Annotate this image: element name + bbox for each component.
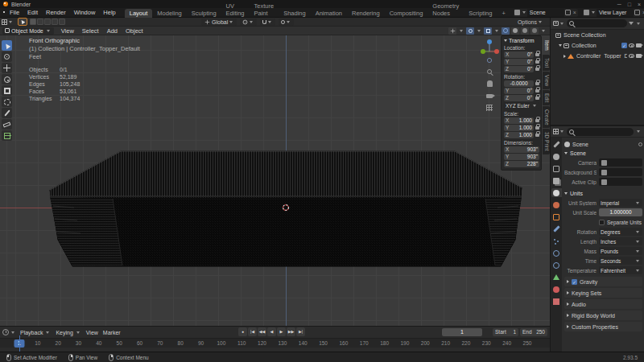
unit-scale-slider[interactable]: 1.000000 bbox=[599, 208, 642, 216]
collection-checkbox[interactable]: ✓ bbox=[621, 43, 627, 48]
minimize-icon[interactable]: ─ bbox=[617, 2, 621, 7]
overlays-toggle[interactable] bbox=[466, 27, 474, 35]
workspace-tab-layout[interactable]: Layout bbox=[125, 9, 153, 18]
workspace-tab-scripting[interactable]: Scripting bbox=[464, 9, 497, 18]
active-clip-field[interactable] bbox=[599, 178, 642, 186]
shading-solid-button[interactable] bbox=[511, 27, 519, 35]
move-tool[interactable] bbox=[2, 63, 12, 73]
timeline-menu-marker[interactable]: Marker bbox=[101, 330, 123, 335]
outliner-row-collection[interactable]: Collection ✓ bbox=[551, 40, 644, 51]
workspace-tab-uv-editing[interactable]: UV Editing bbox=[221, 2, 250, 18]
filter-icon[interactable] bbox=[629, 22, 634, 25]
frame-end-field[interactable]: End250 bbox=[520, 328, 547, 336]
properties-tab-view-layer[interactable] bbox=[551, 176, 562, 185]
sidebar-tab-edit[interactable]: Edit bbox=[543, 90, 550, 105]
shading-wireframe-button[interactable] bbox=[502, 27, 510, 35]
sidebar-tab-view[interactable]: View bbox=[543, 72, 550, 89]
scale-tool[interactable] bbox=[2, 85, 12, 96]
navigation-gizmo[interactable] bbox=[480, 37, 499, 63]
rotate-tool[interactable] bbox=[2, 74, 12, 84]
jump-to-end-button[interactable]: ▶| bbox=[296, 327, 305, 336]
properties-tab-texture[interactable] bbox=[551, 297, 562, 306]
mass-dropdown[interactable]: Pounds bbox=[599, 247, 642, 255]
transform-tool[interactable] bbox=[2, 97, 12, 107]
menu-window[interactable]: Window bbox=[70, 9, 100, 16]
hide-eye-icon[interactable] bbox=[629, 54, 634, 58]
outliner-row-scene-collection[interactable]: Scene Collection bbox=[551, 30, 644, 40]
properties-search-input[interactable] bbox=[567, 128, 634, 136]
temperature-dropdown[interactable]: Fahrenheit bbox=[599, 266, 642, 274]
workspace-tab-compositing[interactable]: Compositing bbox=[385, 9, 428, 18]
value-field[interactable]: Z0° bbox=[504, 95, 534, 101]
camera-view-icon[interactable] bbox=[485, 91, 494, 101]
auto-keying-button[interactable]: ● bbox=[238, 327, 247, 336]
expand-icon[interactable] bbox=[559, 44, 562, 47]
shading-dropdown-icon[interactable] bbox=[542, 30, 545, 32]
lock-icon[interactable] bbox=[535, 60, 539, 64]
gizmos-dropdown[interactable] bbox=[448, 27, 456, 35]
new-view-layer-icon[interactable] bbox=[634, 10, 640, 15]
timeline-menu-keying[interactable]: Keying bbox=[53, 330, 83, 335]
workspace-tab-animation[interactable]: Animation bbox=[311, 9, 347, 18]
properties-tab-tool[interactable] bbox=[551, 140, 562, 149]
lock-icon[interactable] bbox=[535, 82, 539, 85]
filter-dropdown-icon[interactable] bbox=[637, 23, 640, 25]
timeline-editor-type-button[interactable] bbox=[2, 329, 16, 335]
outliner-search-input[interactable] bbox=[567, 19, 627, 27]
value-field[interactable]: Z0" bbox=[504, 66, 534, 72]
units-section-header[interactable]: Units bbox=[564, 189, 642, 198]
value-field[interactable]: X903" bbox=[504, 146, 539, 153]
viewport-menu-view[interactable]: View bbox=[57, 27, 78, 35]
value-field[interactable]: Y1.000 bbox=[504, 125, 534, 131]
current-frame-field[interactable]: 1 bbox=[442, 328, 482, 336]
properties-tab-world[interactable] bbox=[551, 200, 562, 209]
zoom-icon[interactable] bbox=[485, 67, 494, 76]
outliner-display-mode-dropdown[interactable] bbox=[553, 21, 565, 26]
section-keying-sets[interactable]: Keying Sets bbox=[564, 288, 642, 298]
frame-start-field[interactable]: Start1 bbox=[493, 328, 518, 336]
gravity-checkbox[interactable]: ✓ bbox=[572, 279, 577, 285]
timeline-menu-playback[interactable]: Playback bbox=[18, 330, 53, 335]
options-dropdown[interactable]: Options bbox=[518, 19, 543, 25]
section-audio[interactable]: Audio bbox=[564, 299, 642, 309]
lock-icon[interactable] bbox=[535, 119, 539, 122]
remove-view-layer-icon[interactable]: × bbox=[641, 10, 644, 15]
workspace-tab-+[interactable]: + bbox=[497, 9, 510, 18]
workspace-tab-modeling[interactable]: Modeling bbox=[152, 9, 186, 18]
render-visibility-icon[interactable] bbox=[636, 43, 642, 47]
sidebar-tab-tool[interactable]: Tool bbox=[543, 55, 550, 71]
play-reverse-button[interactable]: ◀ bbox=[267, 327, 276, 336]
properties-filter-dropdown-icon[interactable] bbox=[637, 130, 640, 133]
timeline-ruler[interactable]: 1020304050607080901001101201301401501601… bbox=[0, 338, 550, 348]
value-field[interactable]: X0" bbox=[504, 51, 534, 58]
properties-tab-particles[interactable] bbox=[551, 237, 562, 245]
pan-hand-icon[interactable] bbox=[485, 79, 494, 88]
annotate-tool[interactable] bbox=[2, 108, 12, 118]
menu-help[interactable]: Help bbox=[99, 9, 119, 16]
editor-type-button[interactable] bbox=[0, 19, 15, 25]
object-mode-dropdown[interactable]: Object Mode bbox=[2, 27, 54, 35]
menu-render[interactable]: Render bbox=[42, 9, 70, 16]
lock-icon[interactable] bbox=[535, 97, 539, 100]
viewport-menu-add[interactable]: Add bbox=[103, 27, 122, 35]
expand-icon[interactable] bbox=[564, 55, 566, 58]
play-button[interactable]: ▶ bbox=[277, 327, 286, 336]
properties-tab-material[interactable] bbox=[551, 285, 562, 294]
properties-tab-output[interactable] bbox=[551, 164, 562, 173]
select-mode-intersect-icon[interactable] bbox=[59, 19, 65, 25]
transform-orientation-dropdown[interactable]: Global bbox=[201, 19, 237, 26]
close-icon[interactable]: × bbox=[638, 2, 641, 7]
lock-icon[interactable] bbox=[535, 126, 539, 130]
length-dropdown[interactable]: Inches bbox=[599, 237, 642, 245]
workspace-tab-shading[interactable]: Shading bbox=[279, 9, 311, 18]
sidebar-tab-3d-print[interactable]: 3D Print bbox=[543, 129, 550, 154]
shading-material-button[interactable] bbox=[521, 27, 529, 35]
lock-icon[interactable] bbox=[535, 53, 539, 56]
properties-tab-constraints[interactable] bbox=[551, 261, 562, 269]
next-keyframe-button[interactable]: ▶▶ bbox=[287, 327, 295, 336]
viewport-canvas[interactable]: Front Orthographic (1) Collection | Cont… bbox=[0, 35, 550, 326]
section-rigid-body-world[interactable]: Rigid Body World bbox=[564, 311, 642, 320]
lock-icon[interactable] bbox=[535, 134, 539, 137]
render-visibility-icon[interactable] bbox=[636, 54, 642, 58]
unlink-scene-icon[interactable]: × bbox=[572, 10, 578, 15]
